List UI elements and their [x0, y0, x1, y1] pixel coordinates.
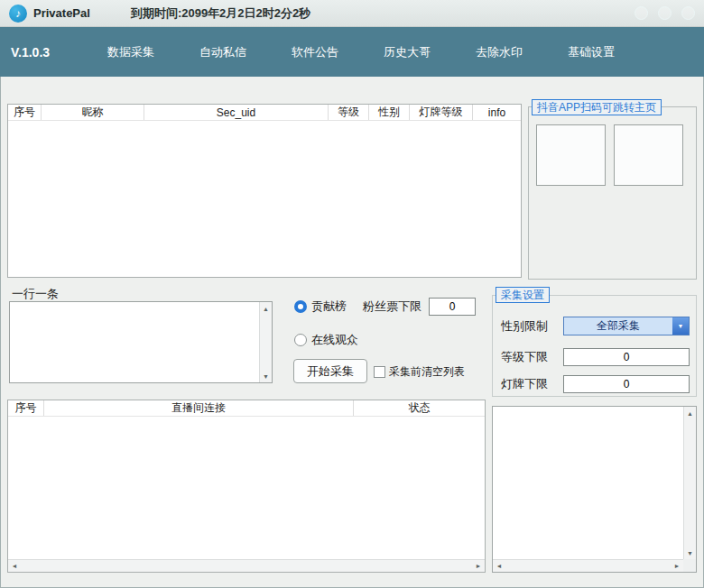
user-table-header: 序号 昵称 Sec_uid 等级 性别 灯牌等级 info: [8, 105, 521, 121]
lines-input-content[interactable]: [12, 304, 257, 381]
user-table-col-nickname: 昵称: [42, 105, 144, 120]
scroll-right-icon[interactable]: ►: [472, 560, 485, 573]
maximize-button[interactable]: [658, 6, 672, 20]
scrollbar-corner: [683, 559, 696, 572]
user-table-col-level: 等级: [329, 105, 369, 120]
scrollbar-track[interactable]: [260, 315, 272, 370]
scrollbar-track[interactable]: [21, 560, 472, 572]
online-audience-radio-label: 在线观众: [311, 332, 358, 348]
version-label: V.1.0.3: [11, 45, 107, 60]
live-table-hscrollbar[interactable]: ◄ ►: [8, 559, 485, 572]
clear-before-label: 采集前清空列表: [389, 364, 465, 380]
fan-ticket-limit-input[interactable]: [429, 298, 476, 316]
lines-input-vscrollbar[interactable]: ▲ ▼: [259, 302, 272, 382]
live-table-col-link: 直播间连接: [44, 400, 354, 416]
qr-code-placeholder-1: [536, 124, 606, 186]
gender-limit-row: 性别限制 全部采集 ▼: [501, 317, 690, 335]
nav-bar: V.1.0.3 数据采集 自动私信 软件公告 历史大哥 去除水印 基础设置: [0, 27, 704, 77]
qr-code-placeholder-2: [614, 124, 683, 186]
qr-panel: [528, 106, 697, 280]
fan-ticket-limit-label: 粉丝票下限: [363, 299, 421, 315]
contribution-radio-row: 贡献榜 粉丝票下限: [294, 297, 476, 317]
scroll-up-icon[interactable]: ▲: [684, 407, 697, 419]
live-table-col-index: 序号: [8, 400, 44, 416]
online-audience-radio[interactable]: [294, 334, 307, 346]
app-title: PrivatePal: [33, 6, 90, 20]
lines-input-label: 一行一条: [12, 286, 59, 302]
user-table-col-gender: 性别: [369, 105, 410, 120]
clear-before-row: 采集前清空列表: [374, 364, 465, 380]
user-table-col-info: info: [473, 105, 521, 120]
contribution-radio-label: 贡献榜: [311, 299, 347, 315]
close-button[interactable]: [681, 6, 695, 20]
app-logo-icon: ♪: [9, 5, 27, 23]
user-table: 序号 昵称 Sec_uid 等级 性别 灯牌等级 info: [7, 104, 522, 278]
live-room-table-header: 序号 直播间连接 状态: [8, 400, 485, 417]
minimize-button[interactable]: [635, 6, 648, 20]
settings-group-title: 采集设置: [496, 287, 550, 303]
level-limit-input[interactable]: [563, 348, 690, 366]
user-table-col-secuid: Sec_uid: [144, 105, 329, 120]
scroll-down-icon[interactable]: ▼: [260, 370, 273, 382]
log-hscrollbar[interactable]: ◄ ►: [493, 559, 683, 572]
gender-limit-combobox[interactable]: 全部采集 ▼: [563, 317, 690, 335]
lines-input[interactable]: ▲ ▼: [9, 301, 273, 383]
nav-item-history[interactable]: 历史大哥: [383, 44, 431, 60]
user-table-col-badge-level: 灯牌等级: [410, 105, 473, 120]
nav-item-announcement[interactable]: 软件公告: [291, 44, 339, 60]
scroll-left-icon[interactable]: ◄: [493, 560, 505, 573]
badge-limit-row: 灯牌下限: [501, 374, 690, 393]
contribution-radio[interactable]: [294, 300, 307, 313]
level-limit-label: 等级下限: [501, 349, 559, 365]
log-output-box[interactable]: ▲ ▼ ◄ ►: [492, 406, 697, 573]
scroll-left-icon[interactable]: ◄: [8, 560, 21, 573]
log-vscrollbar[interactable]: ▲ ▼: [683, 407, 696, 559]
expiry-time-text: 到期时间:2099年2月2日2时2分2秒: [131, 5, 310, 22]
nav-item-auto-message[interactable]: 自动私信: [199, 44, 247, 60]
scrollbar-track[interactable]: [505, 560, 671, 572]
start-collection-button[interactable]: 开始采集: [293, 359, 367, 383]
titlebar: ♪ PrivatePal 到期时间:2099年2月2日2时2分2秒: [0, 0, 704, 27]
badge-limit-input[interactable]: [563, 375, 690, 393]
nav-item-data-collection[interactable]: 数据采集: [107, 44, 155, 60]
scroll-up-icon[interactable]: ▲: [260, 302, 273, 315]
clear-before-checkbox[interactable]: [374, 366, 385, 378]
user-table-col-index: 序号: [8, 105, 42, 120]
live-room-table: 序号 直播间连接 状态 ◄ ►: [7, 400, 486, 573]
online-audience-radio-row: 在线观众: [294, 330, 358, 350]
gender-limit-label: 性别限制: [501, 318, 559, 335]
window-controls: [635, 6, 695, 20]
level-limit-row: 等级下限: [501, 347, 690, 366]
nav-menu: 数据采集 自动私信 软件公告 历史大哥 去除水印 基础设置: [107, 44, 616, 60]
chevron-down-icon[interactable]: ▼: [672, 317, 689, 335]
nav-item-basic-settings[interactable]: 基础设置: [567, 44, 616, 60]
gender-limit-value: 全部采集: [564, 318, 672, 334]
badge-limit-label: 灯牌下限: [501, 376, 559, 392]
scroll-down-icon[interactable]: ▼: [684, 547, 697, 559]
scroll-right-icon[interactable]: ►: [671, 560, 683, 573]
scrollbar-track[interactable]: [684, 419, 696, 547]
qr-panel-title: 抖音APP扫码可跳转主页: [532, 99, 662, 115]
live-table-col-status: 状态: [354, 400, 485, 416]
nav-item-remove-watermark[interactable]: 去除水印: [475, 44, 523, 60]
music-note-icon: ♪: [15, 7, 21, 20]
